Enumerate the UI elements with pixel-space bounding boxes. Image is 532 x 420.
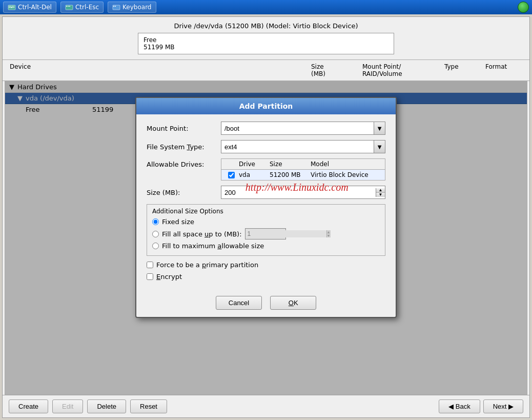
edit-button[interactable]: Edit xyxy=(52,399,83,413)
ctrl-alt-del-button[interactable]: Ctrl-Alt-Del xyxy=(3,2,56,13)
col-radio xyxy=(223,161,239,168)
fs-type-dropdown-arrow[interactable]: ▼ xyxy=(374,141,385,153)
fill-up-label: Fill all space up to (MB): xyxy=(162,230,242,238)
allowable-drives-row: Allowable Drives: Drive Size Model xyxy=(147,158,385,181)
svg-rect-8 xyxy=(66,5,73,10)
svg-rect-3 xyxy=(12,6,13,7)
fs-type-combo[interactable]: ▼ xyxy=(221,140,385,153)
svg-rect-2 xyxy=(10,6,11,7)
ctrl-esc-label: Ctrl-Esc xyxy=(75,4,99,11)
table-header: Device Size(MB) Mount Point/RAID/Volume … xyxy=(3,59,529,81)
col-size-header: Size xyxy=(270,161,311,168)
ctrl-esc-button[interactable]: Ctrl-Esc xyxy=(60,2,104,13)
fill-up-radio[interactable] xyxy=(152,231,159,237)
fill-up-input xyxy=(245,230,326,237)
drive-bar-free-size: 51199 MB xyxy=(144,44,388,51)
fill-up-spinner: ▲ ▼ xyxy=(245,228,286,239)
size-spinner[interactable]: ▲ ▼ xyxy=(221,186,385,199)
size-row: Size (MB): ▲ ▼ xyxy=(147,186,385,199)
status-indicator xyxy=(518,2,529,13)
mount-point-input[interactable] xyxy=(221,125,374,132)
drive-model: Virtio Block Device xyxy=(311,171,383,178)
fs-type-label: File System Type: xyxy=(147,143,221,151)
mount-point-row: Mount Point: ▼ xyxy=(147,122,385,135)
drive-checkbox[interactable] xyxy=(228,172,235,178)
encrypt-checkbox[interactable] xyxy=(147,273,153,280)
fill-up-arrow-buttons: ▲ ▼ xyxy=(326,230,331,237)
svg-rect-10 xyxy=(68,6,69,7)
col-device: Device xyxy=(8,62,309,78)
keyboard2-icon xyxy=(65,3,73,11)
dialog-buttons: Cancel OK xyxy=(136,292,396,317)
keyboard-icon xyxy=(8,3,16,11)
size-options-label: Additional Size Options xyxy=(152,208,380,215)
svg-rect-4 xyxy=(13,6,14,7)
ok-underline: O xyxy=(289,299,294,307)
mount-point-combo[interactable]: ▼ xyxy=(221,122,385,135)
size-decrement-button[interactable]: ▼ xyxy=(376,193,385,197)
fill-up-decrement: ▼ xyxy=(327,234,331,237)
fill-max-row: Fill to maximum allowable size xyxy=(152,242,380,250)
size-input[interactable] xyxy=(221,189,376,196)
col-drive-header: Drive xyxy=(239,161,270,168)
fs-type-row: File System Type: ▼ xyxy=(147,140,385,153)
table-row[interactable]: vda 51200 MB Virtio Block Device xyxy=(221,170,385,180)
main-area: Drive /dev/vda (51200 MB) (Model: Virtio… xyxy=(2,16,530,418)
drive-bar: Free 51199 MB xyxy=(138,33,394,54)
svg-rect-11 xyxy=(69,6,70,7)
encrypt-label: Encrypt xyxy=(156,273,182,281)
svg-rect-5 xyxy=(9,7,10,8)
drive-info-title: Drive /dev/vda (51200 MB) (Model: Virtio… xyxy=(13,22,519,30)
size-spinner-buttons: ▲ ▼ xyxy=(376,188,385,197)
encrypt-row: Encrypt xyxy=(147,273,385,281)
svg-rect-9 xyxy=(66,6,67,7)
next-button[interactable]: Next ▶ xyxy=(483,399,523,413)
fill-max-radio[interactable] xyxy=(152,243,159,249)
col-model-header: Model xyxy=(311,161,383,168)
keyboard-button[interactable]: Keyboard xyxy=(108,2,156,13)
col-format: Format xyxy=(483,62,524,78)
fill-up-increment: ▲ xyxy=(327,230,331,234)
partition-action-buttons: Create Edit Delete Reset xyxy=(9,399,167,413)
mount-point-label: Mount Point: xyxy=(147,125,221,132)
next-label: Next xyxy=(493,403,507,410)
svg-rect-7 xyxy=(13,7,14,8)
keyboard-label: Keyboard xyxy=(122,4,151,11)
svg-rect-13 xyxy=(113,6,114,7)
drive-bar-free-label: Free xyxy=(144,36,388,44)
fill-up-row: Fill all space up to (MB): ▲ ▼ xyxy=(152,228,380,239)
ok-button[interactable]: OK xyxy=(270,296,316,310)
create-button[interactable]: Create xyxy=(9,399,48,413)
svg-rect-12 xyxy=(113,5,120,10)
back-label: Back xyxy=(456,403,470,410)
ctrl-alt-del-label: Ctrl-Alt-Del xyxy=(18,4,52,11)
col-type: Type xyxy=(442,62,483,78)
svg-rect-14 xyxy=(115,6,116,7)
svg-rect-1 xyxy=(9,6,10,7)
drive-checkbox-cell[interactable] xyxy=(223,172,239,178)
allowable-drives-label: Allowable Drives: xyxy=(147,158,221,168)
ok-rest: K xyxy=(294,299,298,307)
back-button[interactable]: ◀ Back xyxy=(439,399,480,413)
nav-buttons: ◀ Back Next ▶ xyxy=(439,399,523,413)
taskbar: Ctrl-Alt-Del Ctrl-Esc Keyboard xyxy=(0,0,532,14)
size-label: Size (MB): xyxy=(147,189,221,196)
modal-overlay: Add Partition Mount Point: ▼ xyxy=(5,82,527,394)
size-options-group: Additional Size Options Fixed size Fill … xyxy=(147,204,385,256)
force-primary-label: Force to be a primary partition xyxy=(156,261,258,269)
fill-max-label: Fill to maximum allowable size xyxy=(162,242,264,250)
cancel-button[interactable]: Cancel xyxy=(216,296,262,310)
fixed-size-radio[interactable] xyxy=(152,218,159,225)
mount-point-dropdown-arrow[interactable]: ▼ xyxy=(374,122,385,134)
force-primary-row: Force to be a primary partition xyxy=(147,261,385,269)
fixed-size-label: Fixed size xyxy=(162,218,194,226)
add-partition-dialog: Add Partition Mount Point: ▼ xyxy=(135,97,397,318)
drives-table: Drive Size Model vda 51200 MB xyxy=(221,158,385,181)
force-primary-checkbox[interactable] xyxy=(147,262,153,268)
delete-button[interactable]: Delete xyxy=(87,399,126,413)
fs-type-input[interactable] xyxy=(221,143,374,151)
drive-info-section: Drive /dev/vda (51200 MB) (Model: Virtio… xyxy=(3,17,529,59)
reset-button[interactable]: Reset xyxy=(130,399,167,413)
fixed-size-row: Fixed size xyxy=(152,218,380,226)
dialog-title: Add Partition xyxy=(136,98,396,114)
